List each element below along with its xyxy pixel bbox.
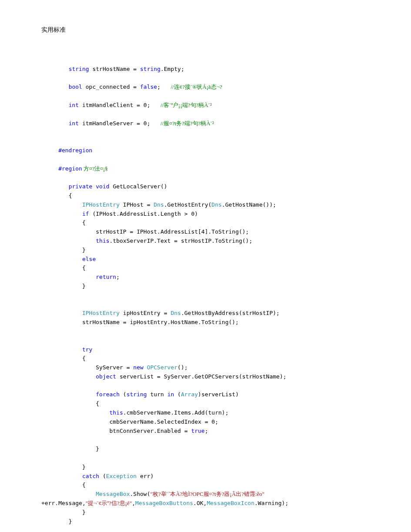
keyword-object: object	[96, 373, 116, 380]
code-line: bool opc_connected = false; //连¢?接¨®状Á¡ä…	[41, 84, 222, 90]
brace: {	[82, 264, 86, 271]
keyword-bool: bool	[69, 84, 82, 90]
code-line: IPHostEntry IPHost = Dns.GetHostEntry(Dn…	[41, 201, 276, 208]
brace: {	[69, 192, 72, 199]
code-line: cmbServerName.SelectedIndex = 0;	[41, 418, 218, 425]
brace: }	[82, 509, 86, 515]
code-line: #region 方¤?法¤¡§	[41, 165, 108, 172]
code-line: int itmHandleClient = 0; //客¨ª户¡¡端?句?柄À¨…	[41, 102, 212, 108]
code-line: try	[41, 346, 92, 353]
code-text: strHostName = ipHostEntry.HostName.ToStr…	[82, 319, 239, 325]
code-text: ;	[205, 428, 208, 434]
page-header: 实用标准	[41, 26, 370, 34]
comment: //服¤?t务?端?句?柄À¨²	[160, 120, 214, 127]
type-dns: Dns	[211, 201, 221, 208]
code-text: +err.Message,	[41, 500, 86, 506]
code-text: )serverList)	[198, 391, 239, 398]
keyword-int: int	[69, 120, 79, 127]
keyword-private: private	[69, 183, 93, 190]
preprocessor-region: #region	[58, 165, 82, 172]
code-line: this.tboxServerIP.Text = strHostIP.ToStr…	[41, 238, 252, 244]
preprocessor-endregion: #endregion	[58, 147, 92, 154]
type-iphostentry: IPHostEntry	[82, 201, 120, 208]
code-line: if (IPHost.AddressList.Length > 0)	[41, 211, 198, 217]
code-line: object serverList = SyServer.GetOPCServe…	[41, 373, 287, 380]
code-text: .Empty;	[160, 66, 184, 72]
code-text: ();	[177, 364, 187, 371]
keyword-string: string	[69, 66, 89, 72]
keyword-return: return	[96, 274, 116, 280]
brace: {	[82, 219, 86, 226]
code-line: }	[41, 509, 86, 515]
code-text: opc_connected =	[82, 84, 140, 90]
code-text: ,	[132, 500, 135, 506]
code-line: return;	[41, 274, 120, 280]
keyword-void: void	[92, 183, 109, 190]
code-text: strHostName =	[89, 66, 140, 72]
type-array: Array	[181, 391, 198, 398]
code-line: SyServer = new OPCServer();	[41, 364, 188, 371]
brace: }	[69, 518, 72, 525]
keyword-catch: catch	[82, 473, 99, 479]
brace: }	[82, 247, 86, 253]
code-line: btnConnServer.Enabled = true;	[41, 428, 208, 434]
code-text: ;	[157, 84, 170, 90]
code-line: strHostName = ipHostEntry.HostName.ToStr…	[41, 319, 239, 325]
code-line: {	[41, 400, 99, 407]
keyword-this: this	[110, 409, 123, 416]
keyword-int: int	[69, 102, 79, 108]
type-mbbuttons: MessageBoxButtons	[135, 500, 193, 506]
code-line: #endregion	[41, 147, 92, 154]
method-name: GetLocalServer()	[110, 183, 167, 190]
document-page: 实用标准 string strHostName = string.Empty; …	[0, 0, 411, 532]
code-text: .GetHostEntry(	[164, 201, 212, 208]
code-line: {	[41, 482, 86, 488]
keyword-new: new	[133, 364, 143, 371]
code-line: strHostIP = IPHost.AddressList[4].ToStri…	[41, 228, 249, 235]
code-line: IPHostEntry ipHostEntry = Dns.GetHostByA…	[41, 310, 280, 316]
code-text: itmHandleClient = 0;	[79, 102, 160, 108]
code-block: string strHostName = string.Empty; bool …	[41, 56, 370, 526]
type-dns: Dns	[154, 201, 164, 208]
code-text: .Warning);	[254, 500, 288, 506]
code-line: }	[41, 445, 99, 452]
comment: //连¢?接¨®状Á¡ä态¬?	[170, 84, 222, 90]
keyword-if: if	[82, 211, 89, 217]
code-text: .OK,	[193, 500, 207, 506]
code-text: (	[120, 391, 127, 398]
brace: }	[82, 283, 86, 289]
comment: //客¨ª户¡¡端?句?柄À¨²	[160, 102, 212, 108]
keyword-in: in	[167, 391, 174, 398]
keyword-this: this	[96, 238, 109, 244]
code-text: (	[174, 391, 181, 398]
code-line: {	[41, 264, 86, 271]
code-line: MessageBox.Show("枚?举¨´本À?地Ì?OPC服¤?t务?器¡Â…	[41, 491, 288, 506]
code-line: private void GetLocalServer()	[41, 183, 167, 190]
brace: {	[96, 400, 99, 407]
code-line: foreach (string turn in (Array)serverLis…	[41, 391, 239, 398]
code-line: catch (Exception err)	[41, 473, 154, 479]
code-line: this.cmbServerName.Items.Add(turn);	[41, 409, 229, 416]
brace: {	[82, 482, 86, 488]
keyword-true: true	[191, 428, 204, 434]
type-messagebox: MessageBox	[96, 491, 130, 497]
keyword-string: string	[127, 391, 147, 398]
code-text: SyServer =	[96, 364, 133, 371]
code-text: turn	[147, 391, 167, 398]
code-line: }	[41, 283, 86, 289]
keyword-else: else	[82, 256, 96, 262]
code-text: (	[99, 473, 106, 479]
keyword-false: false	[140, 84, 157, 90]
code-text: IPHost =	[120, 201, 154, 208]
keyword-foreach: foreach	[96, 391, 120, 398]
code-line: }	[41, 518, 72, 525]
type-iphostentry: IPHostEntry	[82, 310, 120, 316]
code-line: {	[41, 219, 86, 226]
code-text: serverList = SyServer.GetOPCServers(strH…	[116, 373, 286, 380]
code-text: ipHostEntry =	[120, 310, 170, 316]
code-line: }	[41, 464, 86, 470]
code-line: string strHostName = string.Empty;	[41, 66, 184, 72]
code-text: (IPHost.AddressList.Length > 0)	[89, 211, 198, 217]
code-text: ;	[116, 274, 120, 280]
string-literal: "枚?举¨´本À?地Ì?OPC服¤?t务?器¡Â出?错䨪:êo"	[150, 491, 264, 497]
